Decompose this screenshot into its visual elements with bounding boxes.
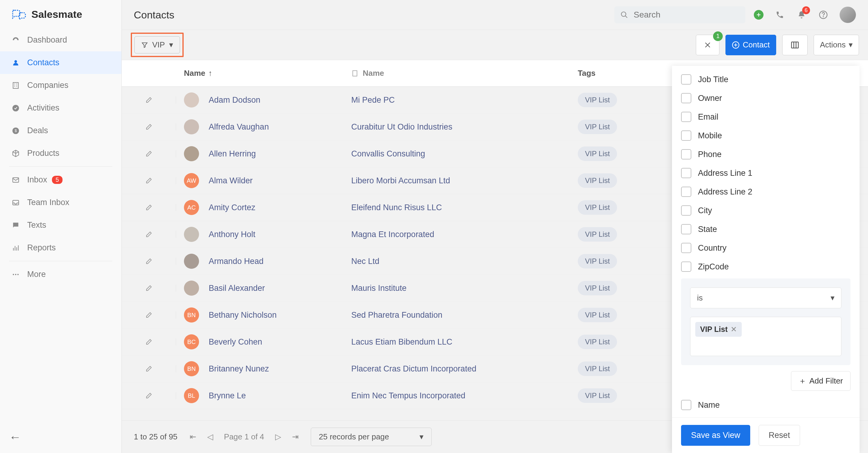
checkbox[interactable] xyxy=(681,243,691,253)
checkbox[interactable] xyxy=(681,149,691,159)
back-arrow-icon[interactable]: ← xyxy=(9,430,21,444)
company-name-cell[interactable]: Eleifend Nunc Risus LLC xyxy=(351,203,563,212)
filter-operator-select[interactable]: is ▾ xyxy=(690,288,841,308)
sidebar-item-team-inbox[interactable]: Team Inbox xyxy=(0,191,121,214)
edit-row-button[interactable] xyxy=(122,365,176,372)
filter-field-owner[interactable]: Owner xyxy=(681,89,850,108)
filter-field-job-title[interactable]: Job Title xyxy=(681,70,850,89)
tag-pill[interactable]: VIP List xyxy=(578,200,617,215)
tag-pill[interactable]: VIP List xyxy=(578,281,617,295)
sidebar-item-deals[interactable]: $Deals xyxy=(0,119,121,142)
sidebar-item-activities[interactable]: Activities xyxy=(0,97,121,119)
add-button[interactable] xyxy=(754,10,764,20)
contact-name-cell[interactable]: Basil Alexander xyxy=(176,280,351,296)
filter-field-state[interactable]: State xyxy=(681,220,850,239)
edit-row-button[interactable] xyxy=(122,338,176,345)
company-name-cell[interactable]: Lacus Etiam Bibendum LLC xyxy=(351,337,563,347)
page-next-icon[interactable]: ▷ xyxy=(275,432,281,442)
phone-icon[interactable] xyxy=(774,9,785,20)
company-name-cell[interactable]: Mi Pede PC xyxy=(351,95,563,105)
checkbox[interactable] xyxy=(681,112,691,122)
edit-row-button[interactable] xyxy=(122,311,176,319)
search-input[interactable] xyxy=(633,10,742,20)
filter-value-input[interactable]: VIP List ✕ xyxy=(690,317,841,356)
columns-button[interactable] xyxy=(782,35,808,55)
column-header-name[interactable]: Name ↑ xyxy=(176,68,351,78)
filter-field-phone[interactable]: Phone xyxy=(681,145,850,164)
filter-field-zipcode[interactable]: ZipCode xyxy=(681,257,850,275)
sidebar-item-contacts[interactable]: Contacts xyxy=(0,51,121,74)
actions-dropdown[interactable]: Actions ▾ xyxy=(814,35,859,55)
contact-name-cell[interactable]: Alfreda Vaughan xyxy=(176,119,351,134)
company-name-cell[interactable]: Convallis Consulting xyxy=(351,149,563,158)
sidebar-item-products[interactable]: Products xyxy=(0,142,121,164)
bell-icon[interactable]: 6 xyxy=(796,9,807,20)
checkbox[interactable] xyxy=(681,262,691,272)
company-name-cell[interactable]: Enim Nec Tempus Incorporated xyxy=(351,391,563,400)
tag-pill[interactable]: VIP List xyxy=(578,362,617,376)
company-name-cell[interactable]: Sed Pharetra Foundation xyxy=(351,310,563,320)
edit-row-button[interactable] xyxy=(122,231,176,238)
tag-pill[interactable]: VIP List xyxy=(578,173,617,188)
contact-name-cell[interactable]: Adam Dodson xyxy=(176,92,351,108)
checkbox[interactable] xyxy=(681,74,691,85)
add-filter-button[interactable]: ＋ Add Filter xyxy=(791,371,850,391)
company-name-cell[interactable]: Curabitur Ut Odio Industries xyxy=(351,122,563,132)
checkbox[interactable] xyxy=(681,130,691,141)
remove-token-icon[interactable]: ✕ xyxy=(731,325,737,334)
global-search[interactable] xyxy=(614,6,745,23)
tag-pill[interactable]: VIP List xyxy=(578,388,617,403)
close-filter-button[interactable]: 1 xyxy=(696,35,719,55)
brand-logo[interactable]: Salesmate xyxy=(0,0,121,29)
filter-field-country[interactable]: Country xyxy=(681,239,850,257)
filter-field-address-line-1[interactable]: Address Line 1 xyxy=(681,164,850,182)
edit-row-button[interactable] xyxy=(122,258,176,265)
add-contact-button[interactable]: Contact xyxy=(725,35,776,55)
tag-pill[interactable]: VIP List xyxy=(578,93,617,107)
filter-field-city[interactable]: City xyxy=(681,201,850,220)
contact-name-cell[interactable]: Allen Herring xyxy=(176,146,351,161)
sidebar-item-dashboard[interactable]: Dashboard xyxy=(0,29,121,51)
edit-row-button[interactable] xyxy=(122,123,176,130)
sidebar-item-texts[interactable]: Texts xyxy=(0,214,121,237)
sidebar-item-inbox[interactable]: Inbox5 xyxy=(0,169,121,191)
tag-pill[interactable]: VIP List xyxy=(578,147,617,161)
edit-row-button[interactable] xyxy=(122,392,176,399)
checkbox[interactable] xyxy=(681,187,691,197)
page-last-icon[interactable]: ⇥ xyxy=(292,432,299,442)
contact-name-cell[interactable]: ACAmity Cortez xyxy=(176,200,351,215)
checkbox[interactable] xyxy=(681,93,691,103)
filter-field-mobile[interactable]: Mobile xyxy=(681,126,850,145)
reset-button[interactable]: Reset xyxy=(759,425,800,446)
tag-pill[interactable]: VIP List xyxy=(578,227,617,242)
company-name-cell[interactable]: Libero Morbi Accumsan Ltd xyxy=(351,176,563,185)
checkbox[interactable] xyxy=(681,205,691,216)
contact-name-cell[interactable]: BNBethany Nicholson xyxy=(176,307,351,323)
company-name-cell[interactable]: Magna Et Incorporated xyxy=(351,230,563,239)
checkbox[interactable] xyxy=(681,400,691,410)
page-first-icon[interactable]: ⇤ xyxy=(190,432,196,442)
sidebar-item-reports[interactable]: Reports xyxy=(0,237,121,259)
contact-name-cell[interactable]: BNBritanney Nunez xyxy=(176,361,351,376)
contact-name-cell[interactable]: Anthony Holt xyxy=(176,227,351,242)
contact-name-cell[interactable]: Armando Head xyxy=(176,254,351,269)
contact-name-cell[interactable]: BCBeverly Cohen xyxy=(176,334,351,350)
page-prev-icon[interactable]: ◁ xyxy=(207,432,213,442)
company-name-cell[interactable]: Placerat Cras Dictum Incorporated xyxy=(351,364,563,373)
edit-row-button[interactable] xyxy=(122,204,176,211)
edit-row-button[interactable] xyxy=(122,177,176,184)
tag-pill[interactable]: VIP List xyxy=(578,335,617,349)
filter-field-email[interactable]: Email xyxy=(681,108,850,126)
contact-name-cell[interactable]: BLBrynne Le xyxy=(176,388,351,403)
company-name-cell[interactable]: Mauris Institute xyxy=(351,283,563,293)
view-filter-dropdown[interactable]: VIP ▾ xyxy=(134,36,180,54)
tag-pill[interactable]: VIP List xyxy=(578,254,617,269)
help-icon[interactable] xyxy=(818,9,829,20)
filter-field-name[interactable]: Name xyxy=(681,396,850,414)
edit-row-button[interactable] xyxy=(122,284,176,292)
sidebar-item-companies[interactable]: Companies xyxy=(0,74,121,97)
column-header-company[interactable]: Name xyxy=(351,68,563,78)
checkbox[interactable] xyxy=(681,224,691,234)
tag-pill[interactable]: VIP List xyxy=(578,308,617,322)
edit-row-button[interactable] xyxy=(122,150,176,157)
